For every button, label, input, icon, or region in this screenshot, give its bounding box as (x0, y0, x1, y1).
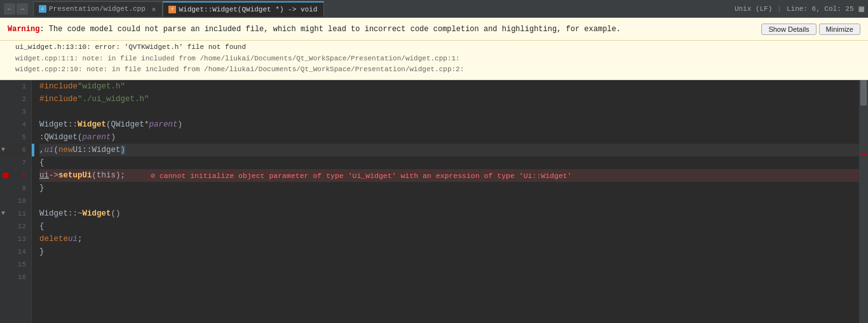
error-detail-3: widget.cpp:2:10: note: in file included … (15, 64, 853, 76)
expand-icon[interactable]: ▦ (859, 3, 864, 14)
code-line-14: } (39, 245, 859, 258)
scrollbar[interactable] (859, 80, 868, 323)
separator: | (777, 5, 782, 13)
error-dot-8 (3, 172, 9, 179)
line-num-4: 4 (22, 121, 26, 128)
editor: 12345▼678910▼111213141516 #include "widg… (0, 80, 868, 323)
token: ( (106, 120, 111, 129)
line-num-13: 13 (18, 235, 26, 243)
code-area[interactable]: #include "widget.h"#include "./ui_widget… (34, 80, 859, 323)
token: () (111, 209, 121, 218)
token: (this); (92, 171, 126, 180)
warning-text: : The code model could not parse an incl… (39, 25, 621, 34)
code-line-12: { (39, 220, 859, 233)
gutter-line-3: 3 (0, 106, 31, 118)
token: "widget.h" (78, 82, 125, 91)
token: ) (121, 146, 126, 155)
fold-arrow-6[interactable]: ▼ (1, 146, 5, 153)
line-num-11: 11 (18, 210, 26, 217)
gutter-line-16: 16 (0, 271, 31, 284)
token: QWidget (111, 120, 145, 129)
code-line-1: #include "widget.h" (39, 80, 859, 93)
code-line-4: Widget::Widget(QWidget *parent) (39, 118, 859, 131)
gutter-line-12: 12 (0, 220, 31, 233)
token: Widget (39, 209, 68, 218)
tab-area: c Presentation/widget.cpp ✕ f Widget::Wi… (33, 1, 732, 17)
token: * (144, 120, 149, 129)
token: "./ui_widget.h" (78, 95, 149, 104)
show-details-button[interactable]: Show Details (761, 24, 816, 35)
gutter-line-6: ▼6 (0, 144, 31, 156)
token: :: (83, 146, 92, 155)
encoding-label: Unix (LF) (735, 5, 772, 13)
code-line-2: #include "./ui_widget.h" (39, 93, 859, 106)
token: ~ (78, 209, 83, 218)
line-num-8: 8 (22, 172, 26, 179)
code-line-11: Widget::~Widget() (39, 207, 859, 220)
error-message-8: ⊘ cannot initialize object parameter of … (151, 171, 572, 180)
code-line-9: } (39, 182, 859, 195)
gutter-line-5: 5 (0, 131, 31, 144)
token: Widget (92, 146, 121, 155)
line-num-3: 3 (22, 108, 26, 116)
gutter-line-14: 14 (0, 245, 31, 258)
gutter-line-1: 1 (0, 80, 31, 93)
token: :: (68, 120, 78, 129)
warning-bar: Warning: The code model could not parse … (0, 18, 868, 41)
forward-button[interactable]: → (17, 3, 28, 15)
token: QWidget (44, 133, 78, 142)
token: Widget (78, 120, 106, 129)
token: { (39, 222, 44, 231)
error-detail-1: ui_widget.h:13:10: error: 'QVTKWidget.h'… (15, 42, 853, 53)
error-detail-2: widget.cpp:1:1: note: in file included f… (15, 53, 853, 65)
nav-buttons[interactable]: ← → (4, 3, 28, 15)
token: ( (54, 146, 59, 155)
token: : (39, 133, 44, 142)
token: ui (44, 146, 54, 155)
gutter-line-13: 13 (0, 233, 31, 245)
line-num-10: 10 (18, 197, 26, 205)
line-num-12: 12 (18, 223, 26, 230)
tab-widget-constructor[interactable]: f Widget::Widget(QWidget *) -> void (163, 1, 324, 17)
scroll-thumb[interactable] (860, 80, 867, 106)
func-icon: f (168, 6, 176, 13)
fold-arrow-11[interactable]: ▼ (1, 210, 5, 217)
line-num-5: 5 (22, 134, 26, 141)
gutter-line-9: 9 (0, 182, 31, 195)
code-line-10 (39, 195, 859, 207)
back-button[interactable]: ← (4, 3, 15, 15)
line-num-16: 16 (18, 273, 26, 281)
code-line-3 (39, 106, 859, 118)
code-line-8: ui->setupUi(this);⊘ cannot initialize ob… (39, 169, 859, 182)
tab-label: Presentation/widget.cpp (49, 5, 146, 13)
tab-presentation-widget[interactable]: c Presentation/widget.cpp ✕ (33, 1, 163, 17)
token: parent (83, 133, 111, 142)
token: -> (49, 171, 58, 180)
token: ) (111, 133, 116, 142)
error-marker (861, 153, 866, 156)
line-num-7: 7 (22, 159, 26, 167)
token: { (39, 158, 44, 167)
warning-bar-buttons: Show Details Minimize (761, 24, 860, 35)
tab-close-button[interactable]: ✕ (152, 5, 156, 13)
token: ; (78, 235, 83, 244)
line-num-9: 9 (22, 184, 26, 192)
line-num-1: 1 (22, 83, 26, 90)
gutter-line-10: 10 (0, 195, 31, 207)
token: ( (78, 133, 83, 142)
code-line-15 (39, 258, 859, 271)
token: Widget (39, 120, 68, 129)
token: ui (39, 171, 49, 180)
code-line-6: , ui(new Ui::Widget) (39, 144, 859, 156)
token: Ui (73, 146, 83, 155)
code-line-16 (39, 271, 859, 284)
warning-bold: Warning (8, 25, 39, 34)
cpp-icon: c (39, 5, 46, 13)
code-line-7: { (39, 156, 859, 169)
warning-message: Warning: The code model could not parse … (8, 25, 621, 34)
token: :: (68, 209, 78, 218)
gutter-line-4: 4 (0, 118, 31, 131)
gutter-line-15: 15 (0, 258, 31, 271)
minimize-button[interactable]: Minimize (819, 24, 860, 35)
gutter-line-8: 8 (0, 169, 31, 182)
